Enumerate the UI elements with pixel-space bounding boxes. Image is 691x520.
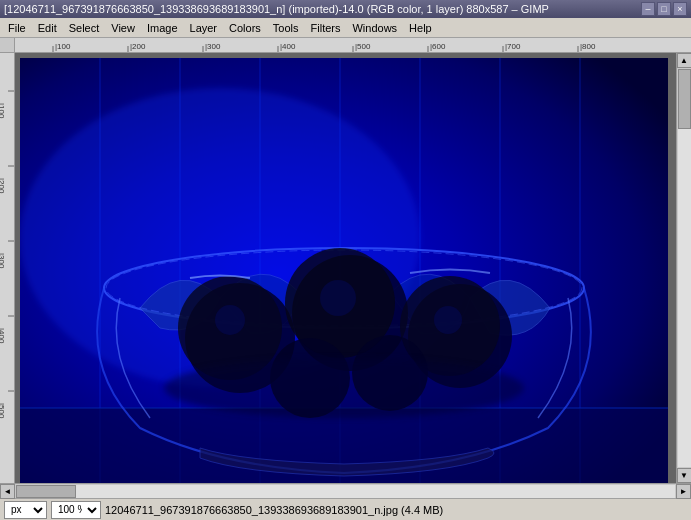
ruler-corner xyxy=(0,38,15,53)
svg-text:|400: |400 xyxy=(0,328,6,344)
svg-text:|100: |100 xyxy=(55,42,71,51)
svg-point-52 xyxy=(434,306,462,334)
h-scroll-thumb[interactable] xyxy=(16,485,76,498)
filename-label: 12046711_967391876663850_139338693689183… xyxy=(105,504,687,516)
menu-layer[interactable]: Layer xyxy=(184,20,224,36)
title-bar: [12046711_967391876663850_13933869368918… xyxy=(0,0,691,18)
svg-text:|200: |200 xyxy=(0,178,6,194)
minimize-button[interactable]: – xyxy=(641,2,655,16)
v-scroll-track[interactable] xyxy=(678,69,691,467)
v-ruler-svg: |100 |200 |300 |400 |500 xyxy=(0,53,15,483)
vertical-ruler: |100 |200 |300 |400 |500 xyxy=(0,53,15,483)
menu-tools[interactable]: Tools xyxy=(267,20,305,36)
vertical-scrollbar: ▲ ▼ xyxy=(676,53,691,483)
svg-text:|800: |800 xyxy=(580,42,596,51)
menu-colors[interactable]: Colors xyxy=(223,20,267,36)
svg-text:|300: |300 xyxy=(0,253,6,269)
unit-selector-group: px in mm xyxy=(4,501,47,519)
svg-text:|500: |500 xyxy=(355,42,371,51)
svg-text:|700: |700 xyxy=(505,42,521,51)
svg-point-51 xyxy=(320,280,356,316)
svg-text:|600: |600 xyxy=(430,42,446,51)
menu-bar: File Edit Select View Image Layer Colors… xyxy=(0,18,691,38)
window-controls: – □ × xyxy=(641,2,687,16)
zoom-select[interactable]: 100 % 50 % 200 % xyxy=(51,501,101,519)
v-scroll-thumb[interactable] xyxy=(678,69,691,129)
unit-select[interactable]: px in mm xyxy=(4,501,47,519)
svg-text:|300: |300 xyxy=(205,42,221,51)
scroll-left-button[interactable]: ◄ xyxy=(0,484,15,499)
menu-windows[interactable]: Windows xyxy=(346,20,403,36)
h-scroll-track[interactable] xyxy=(16,485,675,498)
menu-image[interactable]: Image xyxy=(141,20,184,36)
horizontal-ruler: |100 |200 |300 |400 |500 |600 |700 |800 xyxy=(15,38,691,53)
main-row: |100 |200 |300 |400 |500 xyxy=(0,53,691,483)
svg-text:|100: |100 xyxy=(0,103,6,119)
scroll-up-button[interactable]: ▲ xyxy=(677,53,692,68)
svg-point-53 xyxy=(164,358,524,418)
image-canvas xyxy=(20,58,668,483)
canvas-area xyxy=(15,53,676,483)
image-svg xyxy=(20,58,668,483)
status-bar: px in mm 100 % 50 % 200 % 12046711_96739… xyxy=(0,498,691,520)
menu-help[interactable]: Help xyxy=(403,20,438,36)
window-title: [12046711_967391876663850_13933869368918… xyxy=(4,3,549,15)
top-ruler-row: |100 |200 |300 |400 |500 |600 |700 |800 xyxy=(0,38,691,53)
h-ruler-svg: |100 |200 |300 |400 |500 |600 |700 |800 xyxy=(15,38,691,53)
horizontal-scrollbar: ◄ ► xyxy=(0,483,691,498)
menu-file[interactable]: File xyxy=(2,20,32,36)
maximize-button[interactable]: □ xyxy=(657,2,671,16)
menu-select[interactable]: Select xyxy=(63,20,106,36)
svg-text:|400: |400 xyxy=(280,42,296,51)
close-button[interactable]: × xyxy=(673,2,687,16)
menu-view[interactable]: View xyxy=(105,20,141,36)
svg-text:|500: |500 xyxy=(0,403,6,419)
workspace: |100 |200 |300 |400 |500 |600 |700 |800 xyxy=(0,38,691,498)
menu-filters[interactable]: Filters xyxy=(305,20,347,36)
svg-text:|200: |200 xyxy=(130,42,146,51)
scroll-right-button[interactable]: ► xyxy=(676,484,691,499)
image-content xyxy=(20,58,668,483)
svg-point-50 xyxy=(215,305,245,335)
scroll-down-button[interactable]: ▼ xyxy=(677,468,692,483)
menu-edit[interactable]: Edit xyxy=(32,20,63,36)
